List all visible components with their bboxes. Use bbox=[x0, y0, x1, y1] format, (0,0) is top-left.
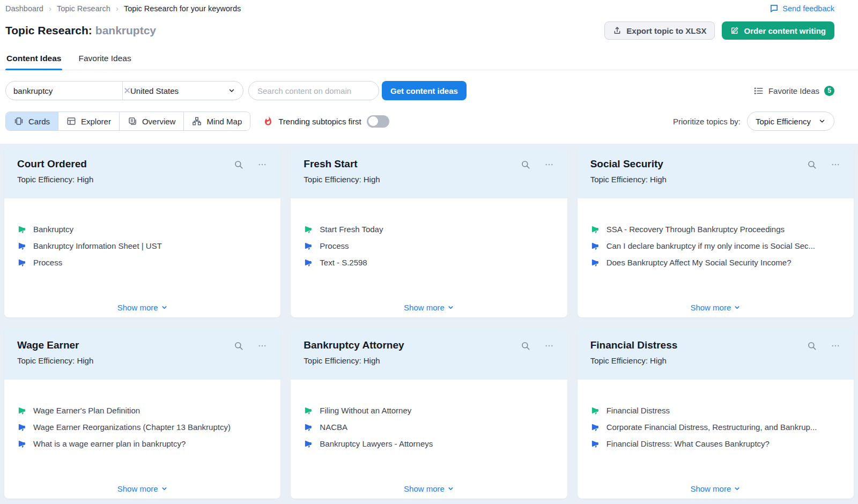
headline-item[interactable]: Bankruptcy Information Sheet | UST bbox=[17, 241, 268, 250]
more-options-icon[interactable] bbox=[544, 160, 554, 169]
view-cards-button[interactable]: Cards bbox=[6, 112, 58, 130]
headline-item[interactable]: Filing Without an Attorney bbox=[304, 406, 554, 415]
megaphone-icon bbox=[590, 423, 600, 432]
topic-efficiency-label: Topic Efficiency: High bbox=[590, 356, 841, 365]
breadcrumb-current: Topic Research for your keywords bbox=[124, 4, 241, 13]
headline-item[interactable]: Process bbox=[17, 258, 268, 267]
headline-item[interactable]: Process bbox=[304, 241, 554, 250]
view-switcher: Cards Explorer Overview Mind Map bbox=[5, 112, 250, 131]
send-feedback-link[interactable]: Send feedback bbox=[770, 4, 834, 13]
prioritize-topics-select[interactable]: Topic Efficiency bbox=[747, 112, 834, 131]
show-more-link[interactable]: Show more bbox=[4, 484, 280, 493]
upload-icon bbox=[613, 26, 622, 35]
topic-card-body: Bankruptcy Bankruptcy Information Sheet … bbox=[4, 198, 280, 317]
topic-card-header: Social Security Topic Efficiency: High bbox=[578, 147, 854, 198]
show-more-label: Show more bbox=[117, 484, 158, 493]
show-more-link[interactable]: Show more bbox=[578, 303, 854, 312]
view-overview-button[interactable]: Overview bbox=[120, 112, 184, 130]
megaphone-icon bbox=[304, 423, 313, 432]
page-title-prefix: Topic Research: bbox=[5, 24, 92, 36]
headline-item[interactable]: Does Bankruptcy Affect My Social Securit… bbox=[590, 258, 841, 267]
more-options-icon[interactable] bbox=[257, 341, 268, 351]
topic-card-body: Filing Without an Attorney NACBA Bankrup… bbox=[291, 380, 567, 499]
megaphone-icon bbox=[304, 241, 313, 250]
headline-text: Wage Earner Reorganizations (Chapter 13 … bbox=[33, 423, 231, 432]
megaphone-icon bbox=[590, 241, 600, 250]
headline-item[interactable]: What is a wage earner plan in bankruptcy… bbox=[17, 439, 268, 448]
headline-item[interactable]: Financial Distress: What Causes Bankrupt… bbox=[590, 439, 841, 448]
show-more-label: Show more bbox=[690, 303, 731, 312]
headline-item[interactable]: SSA - Recovery Through Bankruptcy Procee… bbox=[590, 225, 841, 234]
keyword-input[interactable] bbox=[13, 86, 120, 95]
page-title: Topic Research:bankruptcy bbox=[5, 24, 156, 37]
show-more-link[interactable]: Show more bbox=[578, 484, 854, 493]
favorite-ideas-label: Favorite Ideas bbox=[768, 86, 819, 95]
headline-item[interactable]: Corporate Financial Distress, Restructur… bbox=[590, 423, 841, 432]
headline-text: Start Fresh Today bbox=[320, 225, 383, 234]
search-icon[interactable] bbox=[234, 341, 243, 351]
breadcrumb-dashboard[interactable]: Dashboard bbox=[5, 4, 43, 13]
cards-view-icon bbox=[14, 116, 24, 126]
headline-item[interactable]: Bankruptcy Lawyers - Attorneys bbox=[304, 439, 554, 448]
topic-card: Bankruptcy Attorney Topic Efficiency: Hi… bbox=[291, 328, 567, 499]
search-icon[interactable] bbox=[521, 341, 530, 351]
export-xlsx-button[interactable]: Export topic to XLSX bbox=[604, 21, 715, 40]
megaphone-icon bbox=[590, 258, 600, 267]
mind-map-icon bbox=[192, 116, 202, 126]
topic-efficiency-label: Topic Efficiency: High bbox=[17, 356, 268, 365]
search-icon[interactable] bbox=[521, 160, 530, 169]
page-title-keyword: bankruptcy bbox=[95, 24, 156, 36]
headline-item[interactable]: Text - S.2598 bbox=[304, 258, 554, 267]
headline-text: SSA - Recovery Through Bankruptcy Procee… bbox=[606, 225, 785, 234]
explorer-table-icon bbox=[66, 116, 76, 126]
show-more-link[interactable]: Show more bbox=[4, 303, 280, 312]
show-more-link[interactable]: Show more bbox=[291, 484, 567, 493]
export-xlsx-label: Export topic to XLSX bbox=[626, 26, 706, 35]
headline-item[interactable]: Can I declare bankruptcy if my only inco… bbox=[590, 241, 841, 250]
view-overview-label: Overview bbox=[142, 117, 176, 126]
more-options-icon[interactable] bbox=[830, 341, 841, 351]
country-select[interactable]: United States bbox=[123, 81, 243, 100]
breadcrumb-topic-research[interactable]: Topic Research bbox=[57, 4, 110, 13]
cards-section: Court Ordered Topic Efficiency: High Ban… bbox=[0, 144, 858, 504]
headline-item[interactable]: Wage Earner's Plan Definition bbox=[17, 406, 268, 415]
get-content-ideas-button[interactable]: Get content ideas bbox=[382, 81, 467, 100]
headline-item[interactable]: Wage Earner Reorganizations (Chapter 13 … bbox=[17, 423, 268, 432]
trending-subtopics-toggle[interactable] bbox=[367, 115, 389, 128]
view-cards-label: Cards bbox=[28, 117, 50, 126]
show-more-link[interactable]: Show more bbox=[291, 303, 567, 312]
headline-text: Process bbox=[320, 241, 349, 250]
tab-favorite-ideas[interactable]: Favorite Ideas bbox=[77, 51, 132, 70]
topic-card-title: Social Security bbox=[590, 158, 663, 170]
headline-item[interactable]: Start Fresh Today bbox=[304, 225, 554, 234]
tab-content-ideas[interactable]: Content Ideas bbox=[5, 51, 62, 70]
topic-card-body: Wage Earner's Plan Definition Wage Earne… bbox=[4, 380, 280, 499]
more-options-icon[interactable] bbox=[257, 160, 268, 169]
view-mind-map-label: Mind Map bbox=[206, 117, 242, 126]
more-options-icon[interactable] bbox=[544, 341, 554, 351]
view-mind-map-button[interactable]: Mind Map bbox=[184, 112, 250, 130]
topic-card-body: SSA - Recovery Through Bankruptcy Procee… bbox=[578, 198, 854, 317]
megaphone-icon bbox=[17, 258, 26, 267]
headline-text: What is a wage earner plan in bankruptcy… bbox=[33, 439, 186, 448]
headline-text: Bankruptcy Information Sheet | UST bbox=[33, 241, 162, 250]
headline-item[interactable]: Financial Distress bbox=[590, 406, 841, 415]
megaphone-icon bbox=[590, 406, 600, 415]
show-more-label: Show more bbox=[117, 303, 158, 312]
chevron-right-icon: › bbox=[49, 4, 51, 13]
search-icon[interactable] bbox=[807, 341, 817, 351]
favorite-ideas-link[interactable]: Favorite Ideas 5 bbox=[753, 86, 834, 96]
topic-card-header: Wage Earner Topic Efficiency: High bbox=[4, 328, 280, 380]
megaphone-icon bbox=[17, 225, 26, 234]
view-explorer-button[interactable]: Explorer bbox=[58, 112, 120, 130]
chevron-down-icon bbox=[818, 117, 826, 125]
search-icon[interactable] bbox=[807, 160, 817, 169]
headline-item[interactable]: NACBA bbox=[304, 423, 554, 432]
search-icon[interactable] bbox=[234, 160, 243, 169]
order-content-writing-button[interactable]: Order content writing bbox=[722, 21, 834, 40]
headline-item[interactable]: Bankruptcy bbox=[17, 225, 268, 234]
headline-text: Bankruptcy Lawyers - Attorneys bbox=[320, 439, 433, 448]
megaphone-icon bbox=[304, 225, 313, 234]
domain-search-input[interactable] bbox=[248, 81, 379, 100]
more-options-icon[interactable] bbox=[830, 160, 841, 169]
